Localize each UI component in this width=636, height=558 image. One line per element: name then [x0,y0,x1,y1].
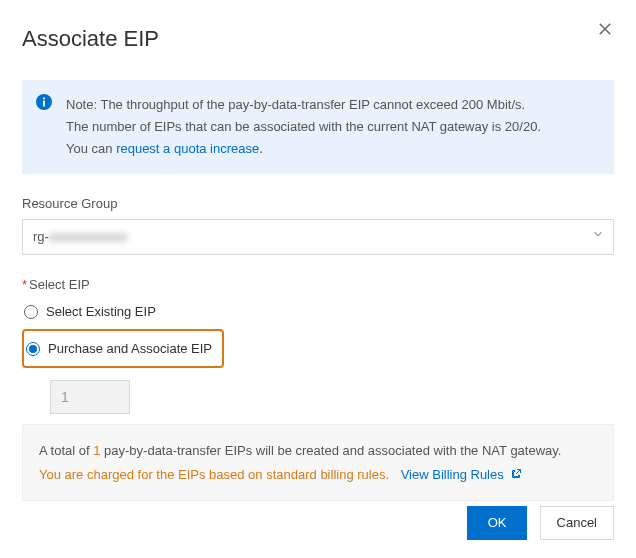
svg-rect-2 [43,98,45,100]
info-icon [36,94,52,117]
ok-button[interactable]: OK [467,506,527,540]
resource-group-select[interactable]: rg-xxxxxxxxxxxx [22,219,614,255]
summary-line-2: You are charged for the EIPs based on st… [39,463,597,486]
radio-label-existing: Select Existing EIP [46,304,156,319]
close-button[interactable] [596,20,614,42]
cancel-button[interactable]: Cancel [540,506,614,540]
note-line-2: The number of EIPs that can be associate… [66,116,598,138]
radio-icon [24,305,38,319]
radio-icon [26,342,40,356]
summary-line-1: A total of 1 pay-by-data-transfer EIPs w… [39,439,597,462]
quota-increase-link[interactable]: request a quota increase [116,141,259,156]
radio-label-purchase: Purchase and Associate EIP [48,341,212,356]
external-link-icon [507,467,522,482]
close-icon [596,20,614,38]
note-line-1: Note: The throughput of the pay-by-data-… [66,94,598,116]
chevron-down-icon [591,220,605,254]
info-note: Note: The throughput of the pay-by-data-… [22,80,614,174]
svg-rect-1 [43,101,45,107]
note-line-3: You can request a quota increase. [66,138,598,160]
summary-box: A total of 1 pay-by-data-transfer EIPs w… [22,424,614,501]
select-eip-section: *Select EIP Select Existing EIP Purchase… [22,277,614,501]
select-eip-radio-group: Select Existing EIP Purchase and Associa… [22,300,614,368]
resource-group-value: xxxxxxxxxxxx [49,229,127,244]
view-billing-rules-link[interactable]: View Billing Rules [401,467,523,482]
resource-group-label: Resource Group [22,196,614,211]
radio-purchase-associate[interactable]: Purchase and Associate EIP [24,337,214,360]
resource-group-value-prefix: rg- [33,229,49,244]
select-eip-label: *Select EIP [22,277,614,292]
purchase-option-highlight: Purchase and Associate EIP [22,329,224,368]
quantity-input: 1 [50,380,130,414]
billing-warning: You are charged for the EIPs based on st… [39,467,389,482]
dialog-title: Associate EIP [22,26,614,52]
dialog-footer: OK Cancel [459,506,614,540]
resource-group-section: Resource Group rg-xxxxxxxxxxxx [22,196,614,255]
associate-eip-dialog: Associate EIP Note: The throughput of th… [0,0,636,558]
radio-select-existing[interactable]: Select Existing EIP [22,300,614,323]
